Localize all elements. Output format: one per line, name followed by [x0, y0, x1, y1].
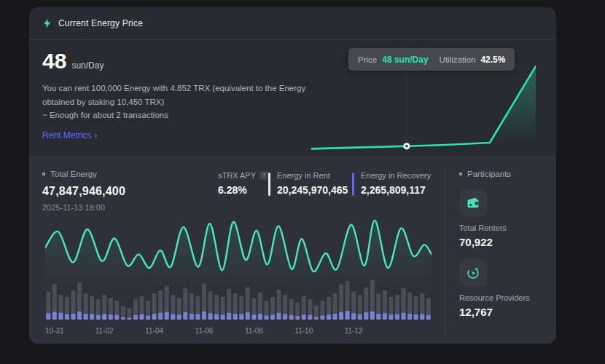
price-section: 48 sun/Day You can rent 100,000 Energy w… — [29, 40, 556, 155]
total-energy-block: Total Energy 47,847,946,400 2025-11-13 1… — [42, 170, 125, 212]
participants-title: Participants — [459, 170, 556, 178]
x-axis-label: 11-12 — [345, 327, 363, 335]
providers-value: 12,767 — [459, 306, 556, 318]
stat-accent-bar — [268, 173, 270, 196]
total-energy-section: Total Energy 47,847,946,400 2025-11-13 1… — [29, 155, 556, 344]
x-axis: 10-3111-0211-0411-0611-0811-1011-12 — [45, 327, 432, 339]
x-axis-label: 11-08 — [245, 327, 263, 335]
total-energy-label: Total Energy — [42, 170, 125, 178]
rent-metrics-link[interactable]: Rent Metrics › — [42, 130, 98, 141]
send-circle-icon — [459, 259, 487, 287]
x-axis-label: 11-02 — [95, 327, 114, 335]
wallet-icon — [459, 189, 487, 217]
x-axis-label: 11-10 — [294, 327, 313, 335]
stat-strx-apy: sTRX APY ? 6.28% — [211, 171, 268, 196]
x-axis-label: 10-31 — [45, 327, 64, 335]
total-energy-timestamp: 2025-11-13 18:00 — [42, 203, 125, 212]
participant-item-renters: Total Renters 70,922 — [459, 189, 556, 248]
renters-value: 70,922 — [459, 236, 556, 248]
price-value: 48 — [42, 50, 66, 72]
energy-history-chart[interactable]: 10-3111-0211-0411-0611-0811-1011-12 — [45, 216, 432, 339]
total-energy-value: 47,847,946,400 — [42, 185, 125, 198]
stats-row: sTRX APY ? 6.28% Energy in Rent 20,245,9… — [211, 171, 431, 196]
current-energy-price-card: Current Energy Price 48 sun/Day You can … — [29, 7, 556, 344]
square-bullet-icon — [459, 173, 462, 175]
renters-label: Total Renters — [459, 223, 556, 232]
chevron-right-icon: › — [94, 130, 97, 140]
price-unit: sun/Day — [71, 60, 104, 71]
energy-dashboard-page: Current Energy Price 48 sun/Day You can … — [0, 0, 605, 364]
providers-label: Resource Providers — [459, 293, 556, 302]
price-sparkline-chart[interactable] — [311, 60, 536, 155]
participant-item-providers: Resource Providers 12,767 — [459, 259, 556, 318]
card-title: Current Energy Price — [58, 18, 143, 28]
card-header: Current Energy Price — [29, 7, 556, 40]
x-axis-label: 11-04 — [145, 327, 163, 335]
stat-energy-in-rent: Energy in Rent 20,245,970,465 — [268, 171, 352, 196]
stat-accent-bar — [352, 173, 354, 196]
lightning-icon — [42, 18, 52, 28]
stat-energy-in-recovery: Energy in Recovery 2,265,809,117 — [352, 171, 431, 196]
vertical-divider — [445, 168, 445, 334]
price-description: You can rent 100,000 Energy with 4.852 T… — [42, 82, 312, 122]
price-block: 48 sun/Day You can rent 100,000 Energy w… — [42, 50, 312, 141]
participants-panel: Participants Total Renters 70,922 — [459, 170, 556, 318]
help-icon[interactable]: ? — [259, 171, 268, 180]
x-axis-label: 11-06 — [195, 327, 214, 335]
square-bullet-icon — [42, 173, 45, 175]
